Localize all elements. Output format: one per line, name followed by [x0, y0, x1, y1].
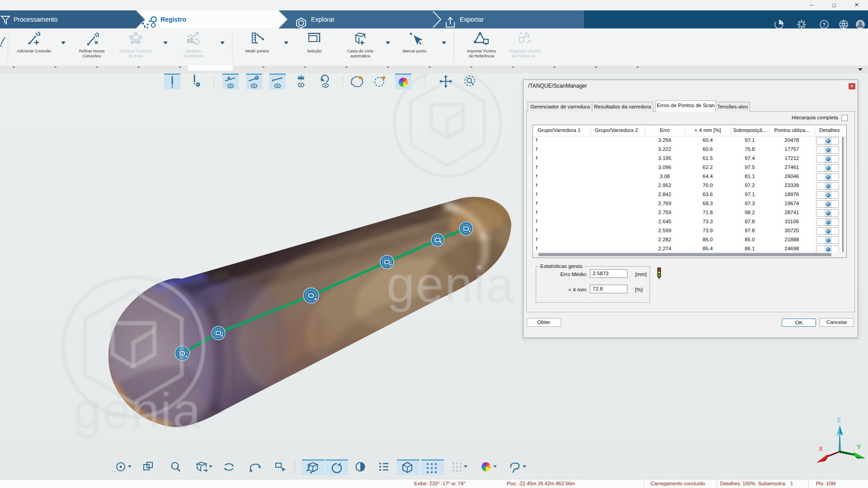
- svg-text:Y: Y: [857, 443, 861, 450]
- svg-text:Z: Z: [837, 416, 841, 423]
- svg-text:?: ?: [822, 22, 826, 28]
- svg-text:X: X: [819, 445, 823, 452]
- svg-text:genia: genia: [73, 383, 202, 439]
- svg-text:genia: genia: [387, 256, 515, 313]
